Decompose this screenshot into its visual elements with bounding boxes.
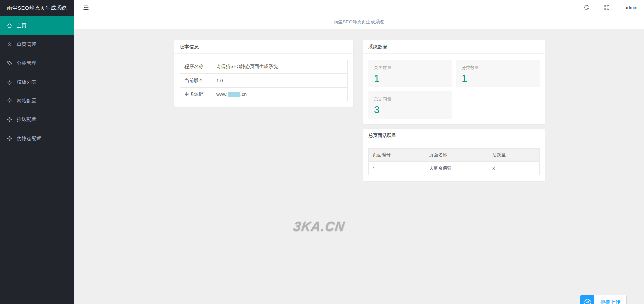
sidebar-item-site-config[interactable]: 网站配置 xyxy=(0,91,74,110)
table-row: 更多源码 www..cn xyxy=(180,88,348,101)
user-menu[interactable]: admin xyxy=(625,5,637,10)
stat-category-count: 分类数量 1 xyxy=(456,60,540,87)
sidebar-collapse-icon[interactable] xyxy=(83,4,90,11)
cloud-sync-icon xyxy=(580,295,594,304)
version-info-card: 版本信息 程序名称 奇偶猫SEO静态页面生成系统 当前版本 1.0 更多源码 w… xyxy=(174,40,353,107)
sidebar-item-label: 单页管理 xyxy=(17,41,36,48)
tag-icon xyxy=(7,60,12,66)
home-icon xyxy=(7,23,12,29)
row-label: 当前版本 xyxy=(180,74,212,88)
stat-tile-empty xyxy=(456,91,540,119)
stat-value: 1 xyxy=(374,72,446,84)
sidebar-item-categories[interactable]: 分类管理 xyxy=(0,54,74,72)
drag-upload-button[interactable]: 拖拽上传 xyxy=(580,295,627,304)
card-title: 版本信息 xyxy=(174,40,353,54)
stat-page-count: 页面数量 1 xyxy=(368,60,452,87)
row-value-censored-url: www..cn xyxy=(212,88,348,101)
gear-icon xyxy=(7,98,12,104)
version-info-table: 程序名称 奇偶猫SEO静态页面生成系统 当前版本 1.0 更多源码 www..c… xyxy=(180,60,348,101)
row-value: 奇偶猫SEO静态页面生成系统 xyxy=(212,60,348,74)
table-row: 当前版本 1.0 xyxy=(180,74,348,88)
stat-label: 分类数量 xyxy=(462,65,534,71)
sidebar-item-templates[interactable]: 模板列表 xyxy=(0,72,74,91)
fullscreen-icon[interactable] xyxy=(604,4,611,11)
gear-icon xyxy=(7,79,12,85)
stat-total-visits: 总访问量 3 xyxy=(368,91,452,119)
sidebar-item-pages[interactable]: 单页管理 xyxy=(0,35,74,54)
tab-bar: 雨尘SEO静态页生成系统 xyxy=(74,15,644,29)
cell-page-id: 1 xyxy=(369,162,425,175)
gear-icon xyxy=(7,136,12,141)
topbar: admin xyxy=(74,0,644,15)
sidebar: 雨尘SEO静态页生成系统 主页 单页管理 xyxy=(0,0,74,304)
user-icon xyxy=(7,42,12,47)
stat-value: 3 xyxy=(374,104,446,115)
page-activity-card: 总页面活跃量 页面编号 页面名称 活跃量 1 天富奇偶猫 3 xyxy=(363,129,545,181)
cell-activity: 3 xyxy=(488,162,539,175)
column-header: 活跃量 xyxy=(488,149,539,162)
page-activity-table: 页面编号 页面名称 活跃量 1 天富奇偶猫 3 xyxy=(368,148,540,175)
sidebar-item-home[interactable]: 主页 xyxy=(0,16,74,35)
theme-palette-icon[interactable] xyxy=(584,4,591,11)
sidebar-item-label: 主页 xyxy=(17,22,26,29)
censored-text-block xyxy=(228,92,240,97)
sidebar-item-rewrite-config[interactable]: 伪静态配置 xyxy=(0,129,74,148)
column-header: 页面编号 xyxy=(369,149,425,162)
row-label: 程序名称 xyxy=(180,60,212,74)
stat-value: 1 xyxy=(462,72,534,84)
watermark: 3KA.CN xyxy=(292,219,346,234)
sidebar-menu: 主页 单页管理 分类管理 xyxy=(0,16,74,148)
tab-home[interactable]: 雨尘SEO静态页生成系统 xyxy=(328,19,390,25)
stat-label: 总访问量 xyxy=(374,96,446,102)
stat-label: 页面数量 xyxy=(374,65,446,71)
sidebar-item-push-config[interactable]: 推送配置 xyxy=(0,110,74,129)
card-title: 系统数据 xyxy=(363,40,545,54)
sidebar-item-label: 分类管理 xyxy=(17,60,36,66)
main-content: 版本信息 程序名称 奇偶猫SEO静态页面生成系统 当前版本 1.0 更多源码 w… xyxy=(74,29,644,304)
sidebar-item-label: 伪静态配置 xyxy=(17,135,41,142)
column-header: 页面名称 xyxy=(425,149,488,162)
sidebar-item-label: 推送配置 xyxy=(17,116,36,123)
stat-tiles: 页面数量 1 分类数量 1 总访问量 3 xyxy=(368,60,540,119)
sidebar-item-label: 模板列表 xyxy=(17,79,36,85)
drag-upload-label: 拖拽上传 xyxy=(594,295,627,304)
table-header-row: 页面编号 页面名称 活跃量 xyxy=(369,149,540,162)
gear-icon xyxy=(7,117,12,122)
app-title: 雨尘SEO静态页生成系统 xyxy=(0,0,74,16)
row-value: 1.0 xyxy=(212,74,348,88)
system-data-card: 系统数据 页面数量 1 分类数量 1 总访问量 3 xyxy=(363,40,545,124)
topbar-right: admin xyxy=(571,4,644,11)
cell-page-name: 天富奇偶猫 xyxy=(425,162,488,175)
card-title: 总页面活跃量 xyxy=(363,129,545,142)
sidebar-item-label: 网站配置 xyxy=(17,98,36,104)
row-label: 更多源码 xyxy=(180,88,212,101)
table-row: 程序名称 奇偶猫SEO静态页面生成系统 xyxy=(180,60,348,74)
table-row: 1 天富奇偶猫 3 xyxy=(369,162,540,175)
